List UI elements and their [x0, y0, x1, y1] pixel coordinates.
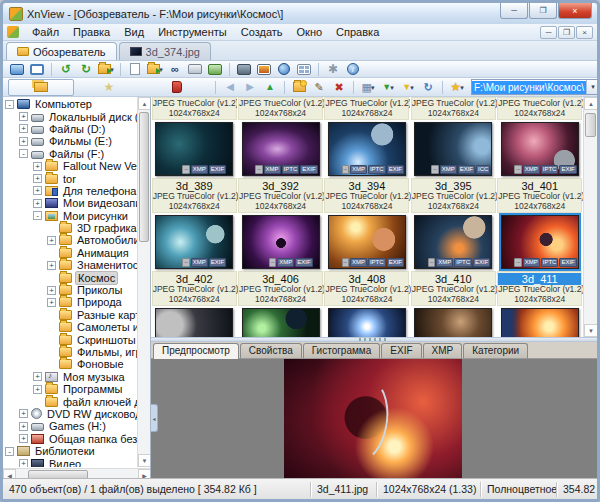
- tab-xmp[interactable]: XMP: [423, 343, 463, 358]
- menu-window[interactable]: Окно: [290, 25, 330, 39]
- file-thumbnail[interactable]: [328, 308, 406, 337]
- menu-tools[interactable]: Инструменты: [151, 25, 234, 39]
- expander-icon[interactable]: -: [5, 447, 14, 456]
- expander-icon[interactable]: +: [19, 459, 28, 467]
- expander-icon[interactable]: +: [47, 236, 56, 245]
- back-button[interactable]: ◀: [221, 80, 239, 95]
- tree-item-fallout[interactable]: +Fallout New Vegas: [3, 160, 138, 172]
- folders-panel-button[interactable]: [8, 79, 74, 96]
- mdi-minimize-button[interactable]: ─: [540, 26, 557, 39]
- tab-histogram[interactable]: Гистограмма: [303, 343, 381, 358]
- tree-item-kosmos[interactable]: Космос: [3, 271, 138, 283]
- file-thumbnail[interactable]: –XMPEXIF: [242, 215, 320, 269]
- tree-item-shared-folder[interactable]: +Общая папка безопа: [3, 433, 138, 445]
- file-thumbnail[interactable]: –XMPIPTCEXIF: [414, 215, 492, 269]
- expander-icon[interactable]: +: [19, 112, 28, 121]
- expander-icon[interactable]: +: [19, 409, 28, 418]
- file-thumbnail[interactable]: –XMPEXIFICC: [414, 122, 492, 176]
- close-button[interactable]: ×: [558, 3, 592, 19]
- file-thumbnail[interactable]: –XMPIPTCEXIF: [501, 215, 579, 269]
- contact-sheet-button[interactable]: [295, 62, 313, 77]
- expander-icon[interactable]: +: [19, 434, 28, 443]
- file-cell-3d-411-selected[interactable]: –XMPIPTCEXIF 3d_411JPEG TrueColor (v1.2)…: [497, 214, 583, 307]
- file-cell-3d-406[interactable]: –XMPEXIF 3d_406JPEG TrueColor (v1.2)1024…: [237, 214, 323, 307]
- favorites-panel-button[interactable]: ★: [76, 79, 142, 96]
- file-thumbnail[interactable]: [242, 308, 320, 337]
- tab-browser[interactable]: Обозреватель: [6, 42, 117, 60]
- expander-icon[interactable]: +: [47, 286, 56, 295]
- tree-item-3d-graphics[interactable]: 3D графика: [3, 222, 138, 234]
- file-cell-3d-395[interactable]: –XMPEXIFICC 3d_395JPEG TrueColor (v1.2)1…: [410, 121, 496, 214]
- file-thumbnail[interactable]: –XMPEXIF: [155, 122, 233, 176]
- tree-item-phone[interactable]: +Для телефона: [3, 185, 138, 197]
- copy-to-folder-button[interactable]: ▾: [97, 62, 115, 77]
- scrollbar-thumb[interactable]: [585, 113, 596, 137]
- file-cell-3d-389[interactable]: –XMPEXIF 3d_389JPEG TrueColor (v1.2)1024…: [151, 121, 237, 214]
- tree-item-video-library[interactable]: +Видео: [3, 457, 138, 467]
- grid-vertical-scrollbar[interactable]: ▲ ▼: [583, 97, 597, 337]
- address-bar[interactable]: F:\Мои рисунки\Космос\ ▾: [471, 79, 600, 95]
- expander-icon[interactable]: +: [33, 186, 42, 195]
- address-input[interactable]: F:\Мои рисунки\Космос\: [472, 81, 586, 94]
- tree-item-planes[interactable]: Самолеты и верт: [3, 321, 138, 333]
- expander-icon[interactable]: +: [19, 137, 28, 146]
- minimize-button[interactable]: ─: [500, 3, 528, 19]
- wallpaper-button[interactable]: [255, 62, 273, 77]
- print-button[interactable]: [186, 62, 204, 77]
- mdi-close-button[interactable]: ×: [576, 26, 593, 39]
- file-thumbnail[interactable]: –XMPIPTCEXIF: [242, 122, 320, 176]
- menu-help[interactable]: Справка: [329, 25, 386, 39]
- capture-button[interactable]: [235, 62, 253, 77]
- mdi-restore-button[interactable]: ❐: [558, 26, 575, 39]
- maximize-button[interactable]: ❐: [529, 3, 557, 19]
- file-cell-3d-408[interactable]: –XMPIPTCEXIF 3d_408JPEG TrueColor (v1.2)…: [324, 214, 410, 307]
- tree-item-music[interactable]: +Моя музыка: [3, 371, 138, 383]
- tree-item-tor[interactable]: +tor: [3, 172, 138, 184]
- scroll-up-icon[interactable]: ▲: [584, 97, 597, 110]
- up-button[interactable]: ▲: [261, 80, 279, 95]
- expander-icon[interactable]: +: [33, 174, 42, 183]
- file-thumbnail[interactable]: –XMPIPTCEXIF: [328, 215, 406, 269]
- tab-image-3d374[interactable]: 3d_374.jpg: [119, 42, 211, 60]
- expander-icon[interactable]: +: [47, 298, 56, 307]
- menu-view[interactable]: Вид: [117, 25, 151, 39]
- expander-icon[interactable]: +: [33, 372, 42, 381]
- expander-icon[interactable]: -: [33, 211, 42, 220]
- tab-preview[interactable]: Предпросмотр: [153, 343, 239, 359]
- tree-item-files-d[interactable]: +Файлы (D:): [3, 123, 138, 135]
- webpage-button[interactable]: [275, 62, 293, 77]
- view-mode-button[interactable]: ▦▾: [359, 80, 377, 95]
- file-thumbnail[interactable]: –XMPEXIF: [155, 215, 233, 269]
- menu-file[interactable]: Файл: [25, 25, 66, 39]
- scroll-down-icon[interactable]: ▼: [584, 324, 597, 337]
- copy-file-button[interactable]: [126, 62, 144, 77]
- tree-item-disk-c[interactable]: +Локальный диск (C:): [3, 110, 138, 122]
- scrollbar-thumb[interactable]: [139, 112, 149, 242]
- file-cell-clipped[interactable]: JPEG TrueColor (v1.2)1024x768x24: [410, 97, 496, 121]
- file-cell-3d-402[interactable]: –XMPEXIF 3d_402JPEG TrueColor (v1.2)1024…: [151, 214, 237, 307]
- title-bar[interactable]: XnView - [Обозреватель - F:\Мои рисунки\…: [3, 3, 597, 24]
- tree-item-key-file[interactable]: файл ключей для: [3, 395, 138, 407]
- file-thumbnail[interactable]: –XMPIPTCEXIF: [501, 122, 579, 176]
- expander-icon[interactable]: -: [5, 100, 14, 109]
- expander-icon[interactable]: -: [19, 149, 28, 158]
- sort-button[interactable]: ▼▾: [379, 80, 397, 95]
- expander-icon[interactable]: +: [33, 162, 42, 171]
- file-cell-clipped[interactable]: [237, 307, 323, 337]
- tree-item-films-games[interactable]: Фильмы, игры: [3, 346, 138, 358]
- file-cell-clipped[interactable]: JPEG TrueColor (v1.2)1024x768x24: [497, 97, 583, 121]
- tree-item-libraries[interactable]: -Библиотеки: [3, 445, 138, 457]
- settings-button[interactable]: ✱: [324, 62, 342, 77]
- file-thumbnail[interactable]: [414, 308, 492, 337]
- tree-vertical-scrollbar[interactable]: ▲ ▼: [137, 97, 150, 467]
- tree-item-cars[interactable]: +Автомобили: [3, 234, 138, 246]
- move-to-folder-button[interactable]: ▾: [146, 62, 164, 77]
- file-cell-3d-392[interactable]: –XMPIPTCEXIF 3d_392JPEG TrueColor (v1.2)…: [237, 121, 323, 214]
- expander-icon[interactable]: +: [47, 261, 56, 270]
- tree-item-programs[interactable]: +Программы: [3, 383, 138, 395]
- favorites-dropdown-button[interactable]: ★▾: [448, 80, 466, 95]
- tree-item-computer[interactable]: -Компьютер: [3, 98, 138, 110]
- fullscreen-button[interactable]: [28, 62, 46, 77]
- rename-button[interactable]: ✎: [310, 80, 328, 95]
- tree-item-files-f[interactable]: -Файлы (F:): [3, 148, 138, 160]
